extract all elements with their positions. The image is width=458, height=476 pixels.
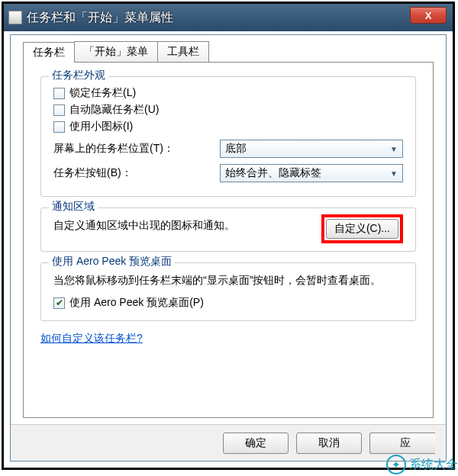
ok-button[interactable]: 确定 — [223, 433, 289, 454]
checkbox-icon — [53, 121, 65, 133]
close-icon: X — [425, 10, 432, 21]
apply-button[interactable]: 应 — [369, 433, 435, 454]
tab-toolbars[interactable]: 工具栏 — [157, 41, 209, 62]
group-appearance-legend: 任务栏外观 — [49, 69, 108, 82]
group-aero-peek: 使用 Aero Peek 预览桌面 当您将鼠标移动到任务栏末端的“显示桌面”按钮… — [40, 262, 416, 321]
combo-value: 底部 — [225, 142, 247, 156]
tab-strip: 任务栏 「开始」菜单 工具栏 — [23, 41, 446, 62]
tab-start-menu[interactable]: 「开始」菜单 — [74, 41, 158, 62]
client-area: 任务栏 「开始」菜单 工具栏 任务栏外观 锁定任务栏(L) 自动隐藏任务栏(U)… — [10, 34, 447, 462]
chevron-down-icon: ▼ — [390, 169, 398, 178]
titlebar[interactable]: 任务栏和「开始」菜单属性 X — [4, 4, 453, 31]
combo-buttons[interactable]: 始终合并、隐藏标签 ▼ — [220, 164, 403, 182]
checkbox-icon-checked: ✔ — [53, 298, 65, 309]
aero-desc: 当您将鼠标移动到任务栏末端的“显示桌面”按钮时，会暂时查看桌面。 — [53, 272, 403, 288]
checkbox-label: 自动隐藏任务栏(U) — [69, 103, 159, 117]
group-aero-legend: 使用 Aero Peek 预览桌面 — [49, 255, 175, 269]
checkbox-small-icons[interactable]: 使用小图标(I) — [53, 120, 403, 133]
label-position: 屏幕上的任务栏位置(T)： — [53, 142, 220, 156]
window-icon — [8, 11, 22, 24]
checkbox-icon — [53, 88, 65, 99]
close-button[interactable]: X — [410, 7, 447, 24]
highlight-box: 自定义(C)... — [321, 214, 403, 243]
group-notification: 通知区域 自定义通知区域中出现的图标和通知。 自定义(C)... — [40, 207, 416, 252]
notification-desc: 自定义通知区域中出现的图标和通知。 — [53, 217, 235, 233]
checkbox-icon — [53, 105, 65, 116]
group-notification-legend: 通知区域 — [49, 200, 98, 214]
tab-taskbar[interactable]: 任务栏 — [23, 42, 75, 63]
checkbox-label: 使用小图标(I) — [69, 120, 133, 133]
group-appearance: 任务栏外观 锁定任务栏(L) 自动隐藏任务栏(U) 使用小图标(I) 屏幕上的任… — [40, 76, 416, 197]
checkbox-label: 使用 Aero Peek 预览桌面(P) — [69, 296, 204, 310]
checkbox-aero-peek[interactable]: ✔ 使用 Aero Peek 预览桌面(P) — [53, 296, 403, 310]
combo-value: 始终合并、隐藏标签 — [225, 166, 321, 180]
chevron-down-icon: ▼ — [390, 145, 398, 153]
checkbox-lock-taskbar[interactable]: 锁定任务栏(L) — [53, 86, 403, 100]
customize-button[interactable]: 自定义(C)... — [326, 219, 398, 239]
dialog-window: 任务栏和「开始」菜单属性 X 任务栏 「开始」菜单 工具栏 任务栏外观 锁定任务… — [2, 2, 455, 470]
window-title: 任务栏和「开始」菜单属性 — [27, 10, 173, 26]
cancel-button[interactable]: 取消 — [296, 433, 362, 454]
dialog-button-bar: 确定 取消 应 — [11, 424, 446, 461]
checkbox-autohide[interactable]: 自动隐藏任务栏(U) — [53, 103, 403, 117]
label-buttons: 任务栏按钮(B)： — [53, 166, 220, 180]
combo-position[interactable]: 底部 ▼ — [220, 140, 403, 158]
help-link[interactable]: 如何自定义该任务栏? — [40, 332, 143, 344]
checkbox-label: 锁定任务栏(L) — [69, 86, 136, 100]
tab-panel-taskbar: 任务栏外观 锁定任务栏(L) 自动隐藏任务栏(U) 使用小图标(I) 屏幕上的任… — [23, 62, 434, 418]
